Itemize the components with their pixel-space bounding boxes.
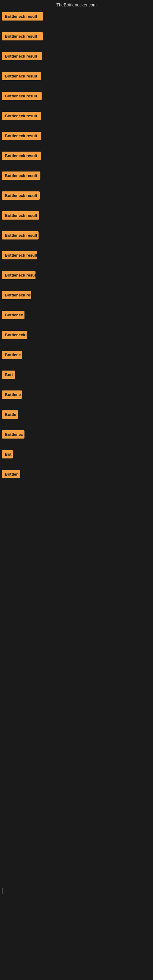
list-item[interactable]: Bottleneck result xyxy=(2,211,151,220)
bottleneck-badge[interactable]: Bottleneck result xyxy=(2,271,35,279)
bottleneck-badge[interactable]: Bottleneck r xyxy=(2,331,27,339)
list-item[interactable]: Bott xyxy=(2,371,151,379)
bottleneck-badge[interactable]: Bottleneck result xyxy=(2,52,42,60)
bottleneck-badge[interactable]: Bottleneck result xyxy=(2,72,41,80)
bottleneck-badge[interactable]: Bottleneck result xyxy=(2,191,40,200)
list-item[interactable]: Bottleneck result xyxy=(2,132,151,140)
bottleneck-badge[interactable]: Bottleneck result xyxy=(2,231,38,240)
bottleneck-badge[interactable]: Bot xyxy=(2,450,13,458)
list-item[interactable]: Bottlene xyxy=(2,390,151,399)
list-item[interactable]: Bottleneck result xyxy=(2,151,151,160)
list-item[interactable]: Bottleneck result xyxy=(2,72,151,80)
list-item[interactable]: Bottleneck result xyxy=(2,251,151,259)
list-item[interactable]: Bottleneck result xyxy=(2,12,151,21)
list-item[interactable]: Bottleneck result xyxy=(2,52,151,60)
bottleneck-badge[interactable]: Bottlen xyxy=(2,470,20,478)
bottleneck-badge[interactable]: Bottleneck result xyxy=(2,92,41,100)
bottleneck-badge[interactable]: Bottlene xyxy=(2,351,22,359)
bottleneck-badge[interactable]: Bottleneck result xyxy=(2,151,41,160)
list-item[interactable]: Bottlenec xyxy=(2,311,151,319)
bottleneck-badge[interactable]: Bottleneck result xyxy=(2,12,43,21)
list-item[interactable]: Bottleneck result xyxy=(2,172,151,180)
list-item[interactable]: Bottleneck result xyxy=(2,191,151,200)
list-item[interactable]: Bottleneck result xyxy=(2,32,151,40)
bottleneck-badge[interactable]: Bottleneck result xyxy=(2,112,41,120)
bottleneck-badge[interactable]: Bottleneck result xyxy=(2,32,43,40)
list-item[interactable]: Bottle xyxy=(2,410,151,418)
site-header: TheBottlenecker.com xyxy=(0,0,153,9)
bottleneck-badge[interactable]: Bottleneck res xyxy=(2,291,31,299)
bottleneck-badge[interactable]: Bottleneck result xyxy=(2,172,40,180)
bottleneck-badge[interactable]: Bottlenec xyxy=(2,311,24,319)
bottleneck-badge[interactable]: Bottle xyxy=(2,410,18,418)
list-item[interactable]: Bottlene xyxy=(2,351,151,359)
list-item[interactable]: Bottleneck result xyxy=(2,231,151,240)
list-item[interactable]: Bottleneck result xyxy=(2,271,151,279)
bottleneck-badge[interactable]: Bottleneck result xyxy=(2,211,39,220)
bottleneck-badge[interactable]: Bottleneck result xyxy=(2,251,37,259)
bottleneck-list: Bottleneck resultBottleneck resultBottle… xyxy=(0,12,153,478)
bottleneck-badge[interactable]: Bottlene xyxy=(2,390,22,399)
list-item[interactable]: Bottleneck result xyxy=(2,92,151,100)
bottleneck-badge[interactable]: Bottleneck result xyxy=(2,132,41,140)
bottleneck-badge[interactable]: Bott xyxy=(2,371,15,379)
list-item[interactable]: Bottleneck r xyxy=(2,331,151,339)
list-item[interactable]: Bot xyxy=(2,450,151,458)
bottleneck-badge[interactable]: Bottlenec xyxy=(2,430,24,439)
list-item[interactable]: Bottleneck res xyxy=(2,291,151,299)
cursor-indicator xyxy=(2,888,2,894)
list-item[interactable]: Bottleneck result xyxy=(2,112,151,120)
list-item[interactable]: Bottlenec xyxy=(2,430,151,439)
list-item[interactable]: Bottlen xyxy=(2,470,151,478)
